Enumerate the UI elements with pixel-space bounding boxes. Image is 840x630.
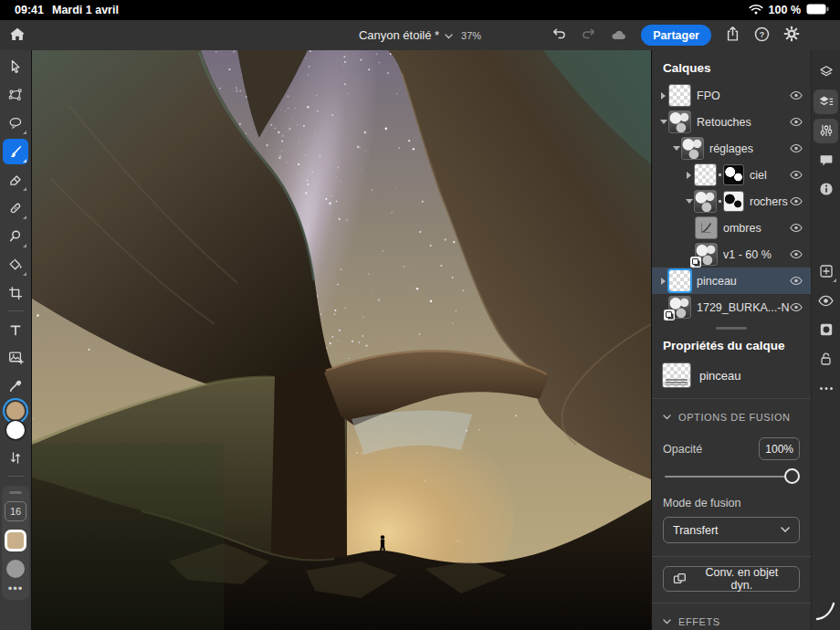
eye-icon[interactable] [790,249,803,259]
opacity-slider[interactable] [665,467,798,486]
blend-mode-label: Mode de fusion [663,497,740,509]
comments-button[interactable] [814,148,838,173]
cloud-icon [610,27,627,44]
rail-drag-handle[interactable] [9,491,22,494]
eyedropper-tool[interactable] [3,373,28,399]
layer-thumbnail[interactable] [696,217,717,238]
layer-thumbnail[interactable] [695,191,716,212]
layer-name: réglages [709,142,790,155]
strip-more-button[interactable] [814,376,838,401]
eye-icon[interactable] [790,170,803,180]
fill-tool[interactable] [3,252,28,278]
layer-thumbnail[interactable] [682,138,703,159]
layer-thumbnail[interactable] [669,111,690,132]
transform-tool[interactable] [3,82,28,108]
layer-expand-caret[interactable] [683,199,695,204]
layer-visibility-button[interactable] [814,289,838,313]
cloud-sync-button[interactable] [610,27,627,44]
corner-gesture-arc [815,601,837,625]
crop-tool[interactable] [3,280,28,306]
eye-icon [818,295,834,307]
effects-section[interactable]: EFFETS [652,604,811,630]
layer-row[interactable]: v1 - 60 % [652,241,811,268]
layer-row[interactable]: ciel [652,162,811,188]
layers-panel-title: Calques [652,50,811,82]
clone-stamp-tool[interactable] [3,224,28,249]
more-options-button[interactable]: ••• [8,585,24,596]
layer-mask-button[interactable] [814,318,838,342]
eye-icon[interactable] [790,196,803,206]
undo-button[interactable] [551,26,567,44]
place-photo-tool[interactable] [3,345,28,371]
layer-thumbnails [682,138,703,159]
background-color-chip[interactable] [6,421,25,439]
foreground-color-chip[interactable] [6,402,25,420]
brush-size-badge[interactable]: 16 [5,501,26,521]
layer-expand-caret[interactable] [670,146,682,151]
blend-mode-dropdown[interactable]: Transfert [663,517,800,543]
layer-expand-caret[interactable] [657,278,669,285]
layer-row[interactable]: FPO [652,82,811,109]
info-button[interactable] [814,177,838,202]
add-layer-button[interactable] [814,259,838,284]
eye-icon[interactable] [790,143,803,153]
document-canvas[interactable] [31,50,652,630]
eye-icon[interactable] [790,117,803,127]
settings-button[interactable] [783,26,800,45]
layer-thumbnail[interactable] [669,297,690,318]
swap-colors-button[interactable] [3,446,28,471]
help-button[interactable]: ? [754,26,770,45]
lasso-select-tool[interactable] [3,110,28,136]
layer-row[interactable]: 1729_BURKA...-NR33 [652,294,811,320]
layer-row[interactable]: rochers [652,188,811,215]
document-title-button[interactable]: Canyon étoilé * [359,28,453,42]
brush-opacity-control[interactable] [6,560,25,578]
healing-brush-tool[interactable] [3,195,28,221]
eraser-tool[interactable] [3,167,28,193]
zoom-level-badge[interactable]: 37% [461,30,481,41]
layer-expand-caret[interactable] [683,172,695,179]
opacity-value[interactable]: 100% [759,437,800,460]
export-button[interactable] [725,26,740,45]
layer-properties-button[interactable] [814,89,838,114]
opacity-slider-knob[interactable] [784,468,800,484]
properties-title: Propriétés du calque [652,331,811,360]
redo-button[interactable] [581,26,596,44]
layer-row[interactable]: pinceau [652,268,811,294]
adjustments-icon [819,123,834,138]
layer-thumbnail[interactable] [695,164,716,185]
layer-expand-caret[interactable] [657,92,669,100]
share-button[interactable]: Partager [641,25,711,46]
layer-thumbnail[interactable] [696,244,717,265]
layer-row[interactable]: Retouches [652,109,811,135]
type-tool[interactable] [3,317,28,342]
layer-name: pinceau [697,275,790,288]
layer-name: rochers [750,195,790,208]
brush-color-swatch[interactable] [5,530,26,551]
mask-link-icon [719,200,721,203]
layer-mask-thumbnail[interactable] [724,192,743,211]
eye-icon[interactable] [790,90,803,100]
layer-mask-thumbnail[interactable] [724,165,743,184]
move-tool[interactable] [3,54,28,79]
layer-thumbnail[interactable] [669,85,690,106]
layer-thumbnails [696,217,717,238]
convert-smart-object-button[interactable]: Conv. en objet dyn. [663,566,800,592]
layer-thumbnails [669,111,690,132]
panel-resize-handle[interactable] [716,327,747,330]
layer-expand-caret[interactable] [657,120,669,124]
layer-row[interactable]: ombres [652,215,811,241]
eye-icon[interactable] [790,223,803,233]
blend-options-section[interactable]: OPTIONS DE FUSION [652,399,811,432]
eye-icon[interactable] [790,302,803,312]
layers-view-button[interactable] [814,60,838,85]
add-layer-icon [819,264,834,278]
adjustments-button[interactable] [814,119,838,143]
layer-thumbnail[interactable] [669,270,690,291]
lock-icon [819,352,833,366]
task-strip [811,50,840,630]
layer-lock-button[interactable] [814,347,838,372]
brush-tool[interactable] [3,139,28,164]
layer-row[interactable]: réglages [652,135,811,162]
eye-icon[interactable] [790,276,803,286]
